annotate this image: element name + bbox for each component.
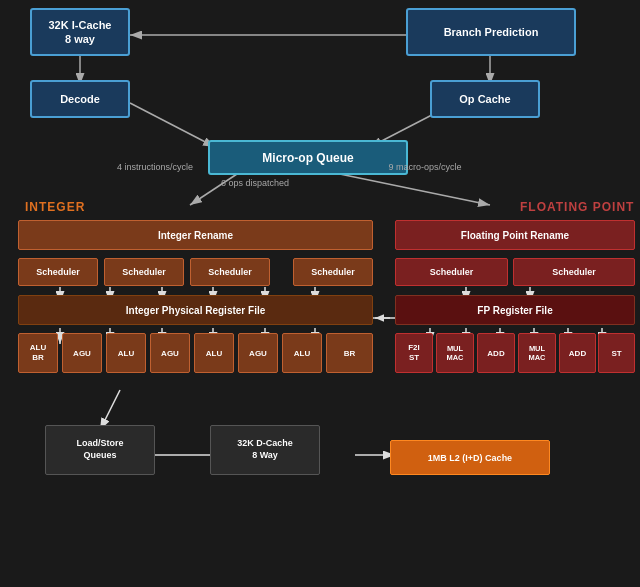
l2cache-box: 1MB L2 (I+D) Cache	[390, 440, 550, 475]
mul-mac-2-box: MUL MAC	[518, 333, 556, 373]
svg-line-2	[130, 103, 215, 147]
int-register-file-box: Integer Physical Register File	[18, 295, 373, 325]
load-store-box: Load/Store Queues	[45, 425, 155, 475]
add-1-box: ADD	[477, 333, 515, 373]
fp-scheduler-1: Scheduler	[395, 258, 508, 286]
opcache-box: Op Cache	[430, 80, 540, 118]
fp-rename-box: Floating Point Rename	[395, 220, 635, 250]
add-2-box: ADD	[559, 333, 596, 373]
fp-scheduler-2: Scheduler	[513, 258, 635, 286]
cpu-diagram: 32K I-Cache 8 way Branch Prediction Deco…	[0, 0, 640, 540]
cross-connector	[370, 303, 400, 333]
alu-br-box: ALU BR	[18, 333, 58, 373]
fp-register-file-box: FP Register File	[395, 295, 635, 325]
annotation-9macro: 9 macro-ops/cycle	[370, 162, 480, 172]
mul-mac-1-box: MUL MAC	[436, 333, 474, 373]
svg-line-6	[330, 172, 490, 205]
f2i-st-box: F2I ST	[395, 333, 433, 373]
int-scheduler-4: Scheduler	[293, 258, 373, 286]
decode-box: Decode	[30, 80, 130, 118]
agu-2-box: AGU	[150, 333, 190, 373]
icache-box: 32K I-Cache 8 way	[30, 8, 130, 56]
agu-1-box: AGU	[62, 333, 102, 373]
alu-4-box: ALU	[282, 333, 322, 373]
int-scheduler-3: Scheduler	[190, 258, 270, 286]
integer-rename-box: Integer Rename	[18, 220, 373, 250]
integer-section-label: INTEGER	[25, 200, 85, 214]
dcache-box: 32K D-Cache 8 Way	[210, 425, 320, 475]
int-scheduler-2: Scheduler	[104, 258, 184, 286]
annotation-4inst: 4 instructions/cycle	[100, 162, 210, 172]
alu-3-box: ALU	[194, 333, 234, 373]
alu-2-box: ALU	[106, 333, 146, 373]
annotation-6ops: 6 ops dispatched	[200, 178, 310, 188]
fp-section-label: FLOATING POINT	[520, 200, 634, 214]
svg-line-29	[100, 390, 120, 430]
svg-line-5	[190, 172, 240, 205]
st-box: ST	[598, 333, 635, 373]
br-box: BR	[326, 333, 373, 373]
branch-prediction-box: Branch Prediction	[406, 8, 576, 56]
agu-3-box: AGU	[238, 333, 278, 373]
int-scheduler-1: Scheduler	[18, 258, 98, 286]
